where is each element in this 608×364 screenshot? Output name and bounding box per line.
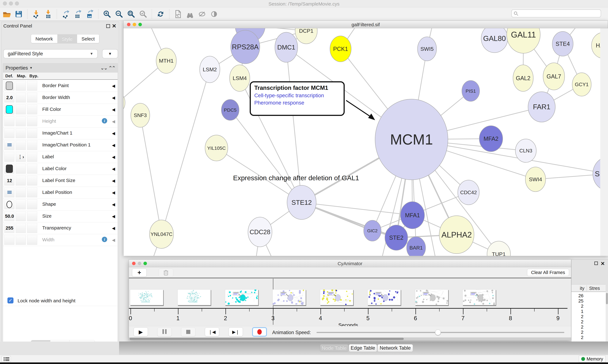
default-value-cell[interactable] — [4, 81, 14, 91]
timeline-scrollbar-thumb[interactable] — [129, 338, 404, 340]
default-value-cell[interactable]: 255 — [4, 223, 14, 233]
zoom-selected-icon[interactable] — [139, 10, 148, 18]
mapping-cell[interactable] — [16, 116, 26, 126]
properties-header[interactable]: Properties ▼ ⌄⌄ ⌃⌃ — [3, 64, 118, 72]
mapping-cell[interactable] — [16, 140, 26, 150]
expand-arrow-icon[interactable]: ◀ — [112, 119, 115, 124]
play-button[interactable]: ▶ — [134, 327, 148, 336]
frame-thumbnail-0[interactable] — [130, 289, 163, 305]
annotation-caption[interactable]: Expression change after deletion of GAL1 — [216, 174, 376, 182]
expand-arrow-icon[interactable]: ◀ — [112, 167, 115, 171]
network-window-titlebar[interactable]: galFiltered.sif — [124, 21, 608, 28]
property-row[interactable]: Heighti◀ — [3, 116, 118, 128]
frame-thumbnail-5[interactable] — [368, 289, 401, 305]
tab-select[interactable]: Select — [77, 35, 99, 43]
tab-network[interactable]: Network — [31, 35, 57, 43]
network-edge[interactable] — [230, 110, 302, 202]
property-row[interactable]: Widthi◀ — [3, 234, 118, 246]
expand-arrow-icon[interactable]: ◀ — [112, 238, 115, 243]
refresh-layout-icon[interactable] — [156, 10, 165, 18]
mapping-cell[interactable]: ⋮› — [16, 152, 26, 162]
property-row[interactable]: Label Color◀ — [3, 163, 118, 175]
style-options-button[interactable]: ▼ — [102, 49, 118, 58]
tab-network-table[interactable]: Network Table — [377, 344, 413, 352]
tab-node-table[interactable]: Node Table — [320, 344, 348, 352]
property-row[interactable]: 255Transparency◀ — [3, 222, 118, 234]
table-cell-value[interactable]: 2 — [571, 335, 583, 340]
bypass-cell[interactable] — [27, 188, 37, 197]
expand-arrow-icon[interactable]: ◀ — [112, 131, 115, 136]
bypass-cell[interactable] — [27, 211, 37, 221]
default-value-cell[interactable] — [4, 152, 14, 162]
mapping-cell[interactable] — [16, 199, 26, 209]
annotation-link[interactable]: Pheromone response — [254, 100, 340, 106]
panel-float-icon[interactable] — [594, 261, 598, 265]
tab-style[interactable]: Style — [57, 35, 77, 43]
speed-slider[interactable] — [317, 332, 564, 333]
panel-float-icon[interactable] — [106, 24, 110, 28]
frame-thumbnail-6[interactable] — [415, 289, 448, 305]
open-session-icon[interactable] — [2, 10, 11, 18]
import-table-icon[interactable] — [44, 10, 53, 18]
property-row[interactable]: Border Paint◀ — [3, 80, 118, 92]
mapping-cell[interactable] — [16, 81, 26, 91]
default-value-cell[interactable] — [4, 164, 14, 174]
export-network-icon[interactable] — [61, 10, 70, 18]
bypass-cell[interactable] — [27, 81, 37, 91]
bypass-cell[interactable] — [27, 223, 37, 233]
cyanimator-titlebar[interactable]: CyAnimator — [129, 260, 571, 267]
table-scrollbar-thumb[interactable] — [606, 293, 608, 304]
zoom-in-icon[interactable] — [103, 10, 111, 18]
expand-arrow-icon[interactable]: ◀ — [112, 155, 115, 159]
hide-details-icon[interactable] — [198, 10, 207, 18]
show-details-icon[interactable] — [210, 10, 219, 18]
default-value-cell[interactable] — [4, 140, 14, 150]
stop-button[interactable] — [181, 327, 195, 336]
mapping-cell[interactable] — [16, 211, 26, 221]
mapping-cell[interactable] — [16, 176, 26, 185]
property-row[interactable]: Label Position◀ — [3, 187, 118, 199]
search-input[interactable] — [519, 11, 598, 16]
property-row[interactable]: 12Label Font Size◀ — [3, 175, 118, 187]
zoom-out-icon[interactable] — [115, 10, 124, 18]
default-value-cell[interactable] — [4, 128, 14, 138]
frame-thumbnail-7[interactable] — [462, 289, 496, 305]
expand-arrow-icon[interactable]: ◀ — [112, 95, 115, 100]
pause-button[interactable] — [157, 327, 172, 336]
expand-arrow-icon[interactable]: ◀ — [112, 202, 115, 207]
table-cell-value[interactable]: 25 — [571, 298, 583, 304]
frame-thumbnail-3[interactable] — [273, 289, 306, 305]
panel-close-icon[interactable]: ✕ — [112, 24, 117, 28]
speed-slider-knob[interactable] — [435, 329, 441, 335]
table-cell-value[interactable]: 2 — [571, 319, 583, 325]
network-node-LEFTCUT[interactable] — [124, 93, 125, 112]
lock-checkbox[interactable]: ✓ — [7, 298, 14, 303]
add-frame-button[interactable]: + — [132, 269, 147, 277]
default-value-cell[interactable] — [4, 235, 14, 245]
property-row[interactable]: Image/Chart 1◀ — [3, 128, 118, 139]
expand-arrow-icon[interactable]: ◀ — [112, 190, 115, 195]
network-canvas[interactable]: DCP1RPS28ADMC1PCK1SWI5GAL80GAL11STE4HAP2… — [124, 28, 608, 256]
frame-thumbnail-2[interactable] — [225, 289, 258, 305]
skip-start-button[interactable]: ❘◀ — [205, 327, 219, 336]
default-value-cell[interactable]: 50.0 — [4, 211, 14, 221]
clear-all-frames-button[interactable]: Clear All Frames — [527, 269, 569, 276]
zoom-fit-icon[interactable] — [127, 10, 136, 18]
record-button[interactable] — [252, 327, 267, 336]
panel-close-icon[interactable]: ✕ — [601, 260, 605, 267]
network-edge[interactable] — [162, 69, 210, 234]
expand-collapse-icons[interactable]: ⌄⌄ ⌃⌃ — [100, 65, 115, 71]
default-value-cell[interactable] — [4, 188, 14, 197]
search-box[interactable] — [511, 10, 601, 17]
column-header[interactable]: Stres — [589, 286, 600, 291]
frame-thumbnail-4[interactable] — [320, 289, 353, 305]
tab-edge-table[interactable]: Edge Table — [349, 344, 377, 352]
property-row[interactable]: 2.0Border Width◀ — [3, 92, 118, 104]
property-row[interactable]: ⋮›Label◀ — [3, 151, 118, 163]
mapping-cell[interactable] — [16, 188, 26, 197]
delete-frame-button[interactable] — [159, 269, 173, 277]
default-value-cell[interactable] — [4, 104, 14, 114]
mapping-cell[interactable] — [16, 128, 26, 138]
table-cell-value[interactable]: 1 — [571, 309, 583, 314]
export-image-icon[interactable] — [85, 10, 94, 18]
